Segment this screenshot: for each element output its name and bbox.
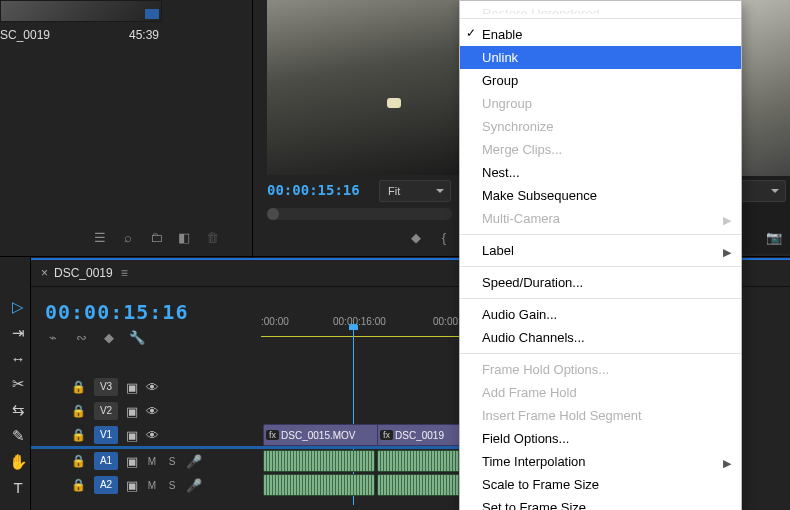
- lock-icon[interactable]: 🔒: [71, 404, 86, 418]
- menu-label: Time Interpolation: [482, 454, 586, 469]
- fit-label: Fit: [388, 185, 400, 197]
- linked-selection-icon[interactable]: ∾: [73, 330, 89, 346]
- track-visibility-icon[interactable]: ▣: [126, 428, 138, 443]
- thumbnail-image: [1, 1, 161, 21]
- track-header-v2[interactable]: 🔒 V2 ▣ 👁: [61, 400, 159, 422]
- zoom-handle[interactable]: [267, 208, 279, 220]
- check-icon: ✓: [466, 25, 476, 42]
- menu-item-set-to-frame-size[interactable]: Set to Frame Size: [460, 496, 741, 510]
- track-visibility-icon[interactable]: ▣: [126, 380, 138, 395]
- ruler-tick: :00:00: [261, 316, 289, 334]
- track-tag-a2[interactable]: A2: [94, 476, 118, 494]
- context-menu: Restore Unrendered ✓Enable Unlink Group …: [459, 0, 742, 510]
- zoom-fit-select[interactable]: Fit: [379, 180, 451, 202]
- menu-item-unlink[interactable]: Unlink: [460, 46, 741, 69]
- fx-badge: fx: [266, 430, 279, 440]
- menu-item-make-subsequence[interactable]: Make Subsequence: [460, 184, 741, 207]
- track-header-a1[interactable]: 🔒 A1 ▣ M S 🎤: [61, 450, 202, 472]
- program-video[interactable]: [267, 0, 460, 175]
- track-tag-v3[interactable]: V3: [94, 378, 118, 396]
- lock-icon[interactable]: 🔒: [71, 428, 86, 442]
- track-visibility-icon[interactable]: ▣: [126, 478, 138, 493]
- track-output-icon[interactable]: 👁: [146, 428, 159, 443]
- menu-item-audio-gain[interactable]: Audio Gain...: [460, 303, 741, 326]
- ripple-tool-icon[interactable]: ↔: [4, 350, 32, 367]
- pen-tool-icon[interactable]: ✎: [4, 427, 32, 445]
- search-icon[interactable]: ⌕: [120, 230, 136, 246]
- video-clip-1[interactable]: fx DSC_0015.MOV: [263, 424, 379, 446]
- menu-item-insert-frame-hold: Insert Frame Hold Segment: [460, 404, 741, 427]
- menu-item-group[interactable]: Group: [460, 69, 741, 92]
- clip-duration: 45:39: [129, 28, 159, 42]
- menu-item-ungroup: Ungroup: [460, 92, 741, 115]
- ruler-tick: 00:00:16:00: [333, 316, 386, 334]
- selection-tool-icon[interactable]: ▷: [4, 298, 32, 316]
- menu-item-enable[interactable]: ✓Enable: [460, 23, 741, 46]
- new-bin-icon[interactable]: 🗀: [148, 230, 164, 246]
- mark-in-icon[interactable]: ◆: [408, 230, 424, 246]
- solo-button[interactable]: S: [166, 456, 178, 467]
- track-tag-a1[interactable]: A1: [94, 452, 118, 470]
- trash-icon[interactable]: 🗑: [204, 230, 220, 246]
- lock-icon[interactable]: 🔒: [71, 380, 86, 394]
- list-view-icon[interactable]: ☰: [92, 230, 108, 246]
- menu-item-merge-clips: Merge Clips...: [460, 138, 741, 161]
- mute-button[interactable]: M: [146, 480, 158, 491]
- track-select-tool-icon[interactable]: ⇥: [4, 324, 32, 342]
- audio-clip-1[interactable]: [263, 450, 375, 472]
- source-controls: 📷: [740, 176, 790, 254]
- menu-item-nest[interactable]: Nest...: [460, 161, 741, 184]
- type-tool-icon[interactable]: T: [4, 479, 32, 496]
- track-output-icon[interactable]: 👁: [146, 380, 159, 395]
- close-tab-icon[interactable]: ×: [41, 266, 48, 280]
- track-header-v1[interactable]: 🔒 V1 ▣ 👁: [61, 424, 159, 446]
- clip-name: SC_0019: [0, 28, 50, 42]
- track-tag-v1[interactable]: V1: [94, 426, 118, 444]
- track-header-v3[interactable]: 🔒 V3 ▣ 👁: [61, 376, 159, 398]
- thumbnail-badge: [145, 9, 159, 19]
- timeline-timecode[interactable]: 00:00:15:16: [45, 300, 188, 324]
- clip-thumbnail[interactable]: [0, 0, 162, 22]
- timeline-toolbar: ⌁ ∾ ◆ 🔧: [45, 330, 145, 346]
- razor-tool-icon[interactable]: ✂: [4, 375, 32, 393]
- menu-item-label[interactable]: Label▶: [460, 239, 741, 262]
- sequence-tab[interactable]: DSC_0019: [54, 266, 113, 280]
- menu-label: Enable: [482, 27, 522, 42]
- track-tag-v2[interactable]: V2: [94, 402, 118, 420]
- mark-out-icon[interactable]: {: [436, 230, 452, 246]
- work-area-bar[interactable]: [261, 336, 489, 337]
- menu-separator: [460, 298, 741, 299]
- menu-item-field-options[interactable]: Field Options...: [460, 427, 741, 450]
- program-timecode[interactable]: 00:00:15:16: [267, 182, 360, 198]
- menu-separator: [460, 353, 741, 354]
- menu-item-time-interpolation[interactable]: Time Interpolation▶: [460, 450, 741, 473]
- menu-item-scale-to-frame-size[interactable]: Scale to Frame Size: [460, 473, 741, 496]
- track-visibility-icon[interactable]: ▣: [126, 404, 138, 419]
- snap-icon[interactable]: ⌁: [45, 330, 61, 346]
- menu-item-audio-channels[interactable]: Audio Channels...: [460, 326, 741, 349]
- hand-tool-icon[interactable]: ✋: [4, 453, 32, 471]
- bin-toolbar: ☰ ⌕ 🗀 ◧ 🗑: [92, 230, 220, 246]
- menu-item-truncated: Restore Unrendered: [460, 5, 741, 14]
- voiceover-icon[interactable]: 🎤: [186, 478, 202, 493]
- slip-tool-icon[interactable]: ⇆: [4, 401, 32, 419]
- panel-menu-icon[interactable]: ≡: [121, 266, 128, 280]
- lock-icon[interactable]: 🔒: [71, 478, 86, 492]
- menu-label: Multi-Camera: [482, 211, 560, 226]
- track-visibility-icon[interactable]: ▣: [126, 454, 138, 469]
- lock-icon[interactable]: 🔒: [71, 454, 86, 468]
- new-item-icon[interactable]: ◧: [176, 230, 192, 246]
- voiceover-icon[interactable]: 🎤: [186, 454, 202, 469]
- export-frame-icon[interactable]: 📷: [766, 230, 782, 246]
- audio-clip-3[interactable]: [263, 474, 375, 496]
- track-header-a2[interactable]: 🔒 A2 ▣ M S 🎤: [61, 474, 202, 496]
- waveform: [264, 475, 374, 495]
- submenu-arrow-icon: ▶: [723, 455, 731, 472]
- mute-button[interactable]: M: [146, 456, 158, 467]
- marker-icon[interactable]: ◆: [101, 330, 117, 346]
- settings-icon[interactable]: 🔧: [129, 330, 145, 346]
- solo-button[interactable]: S: [166, 480, 178, 491]
- track-output-icon[interactable]: 👁: [146, 404, 159, 419]
- menu-item-speed-duration[interactable]: Speed/Duration...: [460, 271, 741, 294]
- source-video-preview[interactable]: [740, 0, 790, 176]
